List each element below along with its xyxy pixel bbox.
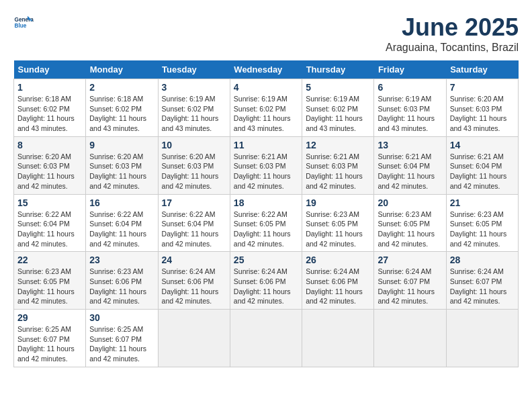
cell-details: Sunrise: 6:24 AMSunset: 6:06 PMDaylight:… bbox=[162, 267, 226, 306]
day-number: 4 bbox=[234, 82, 298, 93]
day-number: 2 bbox=[89, 82, 154, 93]
calendar-cell: 28Sunrise: 6:24 AMSunset: 6:07 PMDayligh… bbox=[446, 252, 518, 310]
calendar-cell: 13Sunrise: 6:21 AMSunset: 6:04 PMDayligh… bbox=[374, 136, 446, 194]
cell-details: Sunrise: 6:18 AMSunset: 6:02 PMDaylight:… bbox=[17, 94, 82, 134]
calendar-cell: 26Sunrise: 6:24 AMSunset: 6:06 PMDayligh… bbox=[302, 252, 374, 310]
cell-details: Sunrise: 6:22 AMSunset: 6:04 PMDaylight:… bbox=[17, 210, 82, 249]
cell-details: Sunrise: 6:21 AMSunset: 6:04 PMDaylight:… bbox=[378, 152, 442, 191]
col-header-sunday: Sunday bbox=[14, 60, 86, 79]
cell-details: Sunrise: 6:20 AMSunset: 6:03 PMDaylight:… bbox=[450, 94, 515, 134]
cell-details: Sunrise: 6:22 AMSunset: 6:05 PMDaylight:… bbox=[234, 210, 298, 249]
calendar-cell: 15Sunrise: 6:22 AMSunset: 6:04 PMDayligh… bbox=[14, 194, 86, 252]
calendar-cell: 3Sunrise: 6:19 AMSunset: 6:02 PMDaylight… bbox=[158, 79, 230, 137]
calendar-cell: 27Sunrise: 6:24 AMSunset: 6:07 PMDayligh… bbox=[374, 252, 446, 310]
calendar-cell: 17Sunrise: 6:22 AMSunset: 6:04 PMDayligh… bbox=[158, 194, 230, 252]
day-number: 20 bbox=[378, 197, 442, 208]
calendar-cell bbox=[230, 310, 302, 367]
calendar-cell: 11Sunrise: 6:21 AMSunset: 6:03 PMDayligh… bbox=[230, 136, 302, 194]
day-number: 30 bbox=[89, 312, 154, 323]
day-number: 26 bbox=[306, 255, 370, 265]
cell-details: Sunrise: 6:21 AMSunset: 6:04 PMDaylight:… bbox=[450, 152, 515, 191]
cell-details: Sunrise: 6:20 AMSunset: 6:03 PMDaylight:… bbox=[89, 152, 154, 191]
calendar-cell: 9Sunrise: 6:20 AMSunset: 6:03 PMDaylight… bbox=[86, 136, 158, 194]
calendar-cell: 10Sunrise: 6:20 AMSunset: 6:03 PMDayligh… bbox=[158, 136, 230, 194]
day-number: 23 bbox=[89, 255, 154, 265]
week-row-5: 29Sunrise: 6:25 AMSunset: 6:07 PMDayligh… bbox=[14, 310, 519, 367]
day-number: 12 bbox=[306, 140, 370, 150]
cell-details: Sunrise: 6:21 AMSunset: 6:03 PMDaylight:… bbox=[234, 152, 298, 191]
col-header-tuesday: Tuesday bbox=[158, 60, 230, 79]
cell-details: Sunrise: 6:19 AMSunset: 6:02 PMDaylight:… bbox=[234, 94, 298, 134]
calendar-cell: 12Sunrise: 6:21 AMSunset: 6:03 PMDayligh… bbox=[302, 136, 374, 194]
cell-details: Sunrise: 6:23 AMSunset: 6:05 PMDaylight:… bbox=[17, 267, 82, 306]
calendar-cell: 7Sunrise: 6:20 AMSunset: 6:03 PMDaylight… bbox=[446, 79, 518, 137]
calendar-cell bbox=[446, 310, 518, 367]
day-number: 24 bbox=[162, 255, 226, 265]
day-number: 10 bbox=[162, 140, 226, 150]
calendar-cell bbox=[158, 310, 230, 367]
cell-details: Sunrise: 6:23 AMSunset: 6:05 PMDaylight:… bbox=[306, 210, 370, 249]
day-number: 8 bbox=[17, 140, 82, 150]
week-row-1: 1Sunrise: 6:18 AMSunset: 6:02 PMDaylight… bbox=[14, 79, 519, 137]
calendar-cell: 25Sunrise: 6:24 AMSunset: 6:06 PMDayligh… bbox=[230, 252, 302, 310]
calendar-cell: 2Sunrise: 6:18 AMSunset: 6:02 PMDaylight… bbox=[86, 79, 158, 137]
day-number: 3 bbox=[162, 82, 226, 93]
cell-details: Sunrise: 6:23 AMSunset: 6:05 PMDaylight:… bbox=[378, 210, 442, 249]
day-number: 13 bbox=[378, 140, 442, 150]
location-title: Araguaina, Tocantins, Brazil bbox=[386, 42, 519, 54]
day-number: 16 bbox=[89, 197, 154, 208]
page-header: General Blue June 2025 Araguaina, Tocant… bbox=[13, 13, 519, 54]
col-header-monday: Monday bbox=[86, 60, 158, 79]
cell-details: Sunrise: 6:24 AMSunset: 6:06 PMDaylight:… bbox=[234, 267, 298, 306]
week-row-2: 8Sunrise: 6:20 AMSunset: 6:03 PMDaylight… bbox=[14, 136, 519, 194]
logo: General Blue bbox=[13, 13, 34, 34]
calendar-cell: 16Sunrise: 6:22 AMSunset: 6:04 PMDayligh… bbox=[86, 194, 158, 252]
calendar-cell: 30Sunrise: 6:25 AMSunset: 6:07 PMDayligh… bbox=[86, 310, 158, 367]
cell-details: Sunrise: 6:22 AMSunset: 6:04 PMDaylight:… bbox=[162, 210, 226, 249]
cell-details: Sunrise: 6:25 AMSunset: 6:07 PMDaylight:… bbox=[89, 324, 154, 364]
day-number: 7 bbox=[450, 82, 515, 93]
col-header-wednesday: Wednesday bbox=[230, 60, 302, 79]
cell-details: Sunrise: 6:20 AMSunset: 6:03 PMDaylight:… bbox=[17, 152, 82, 191]
day-number: 14 bbox=[450, 140, 515, 150]
day-number: 21 bbox=[450, 197, 515, 208]
calendar-cell: 4Sunrise: 6:19 AMSunset: 6:02 PMDaylight… bbox=[230, 79, 302, 137]
cell-details: Sunrise: 6:23 AMSunset: 6:06 PMDaylight:… bbox=[89, 267, 154, 306]
calendar-cell: 22Sunrise: 6:23 AMSunset: 6:05 PMDayligh… bbox=[14, 252, 86, 310]
calendar-table: SundayMondayTuesdayWednesdayThursdayFrid… bbox=[13, 60, 519, 367]
calendar-cell: 6Sunrise: 6:19 AMSunset: 6:03 PMDaylight… bbox=[374, 79, 446, 137]
calendar-cell: 20Sunrise: 6:23 AMSunset: 6:05 PMDayligh… bbox=[374, 194, 446, 252]
cell-details: Sunrise: 6:18 AMSunset: 6:02 PMDaylight:… bbox=[89, 94, 154, 134]
cell-details: Sunrise: 6:25 AMSunset: 6:07 PMDaylight:… bbox=[17, 324, 82, 364]
calendar-cell: 24Sunrise: 6:24 AMSunset: 6:06 PMDayligh… bbox=[158, 252, 230, 310]
calendar-cell: 23Sunrise: 6:23 AMSunset: 6:06 PMDayligh… bbox=[86, 252, 158, 310]
day-number: 15 bbox=[17, 197, 82, 208]
calendar-cell: 29Sunrise: 6:25 AMSunset: 6:07 PMDayligh… bbox=[14, 310, 86, 367]
calendar-cell: 19Sunrise: 6:23 AMSunset: 6:05 PMDayligh… bbox=[302, 194, 374, 252]
cell-details: Sunrise: 6:23 AMSunset: 6:05 PMDaylight:… bbox=[450, 210, 515, 249]
header-row: SundayMondayTuesdayWednesdayThursdayFrid… bbox=[14, 60, 519, 79]
cell-details: Sunrise: 6:24 AMSunset: 6:07 PMDaylight:… bbox=[378, 267, 442, 306]
week-row-4: 22Sunrise: 6:23 AMSunset: 6:05 PMDayligh… bbox=[14, 252, 519, 310]
cell-details: Sunrise: 6:24 AMSunset: 6:06 PMDaylight:… bbox=[306, 267, 370, 306]
day-number: 19 bbox=[306, 197, 370, 208]
cell-details: Sunrise: 6:21 AMSunset: 6:03 PMDaylight:… bbox=[306, 152, 370, 191]
calendar-cell: 1Sunrise: 6:18 AMSunset: 6:02 PMDaylight… bbox=[14, 79, 86, 137]
cell-details: Sunrise: 6:19 AMSunset: 6:02 PMDaylight:… bbox=[162, 94, 226, 134]
day-number: 5 bbox=[306, 82, 370, 93]
calendar-cell: 18Sunrise: 6:22 AMSunset: 6:05 PMDayligh… bbox=[230, 194, 302, 252]
col-header-thursday: Thursday bbox=[302, 60, 374, 79]
cell-details: Sunrise: 6:19 AMSunset: 6:03 PMDaylight:… bbox=[378, 94, 442, 134]
logo-icon: General Blue bbox=[13, 13, 34, 34]
cell-details: Sunrise: 6:24 AMSunset: 6:07 PMDaylight:… bbox=[450, 267, 515, 306]
day-number: 17 bbox=[162, 197, 226, 208]
day-number: 29 bbox=[17, 312, 82, 323]
cell-details: Sunrise: 6:22 AMSunset: 6:04 PMDaylight:… bbox=[89, 210, 154, 249]
svg-text:Blue: Blue bbox=[15, 23, 27, 29]
calendar-cell bbox=[302, 310, 374, 367]
calendar-cell bbox=[374, 310, 446, 367]
col-header-friday: Friday bbox=[374, 60, 446, 79]
day-number: 9 bbox=[89, 140, 154, 150]
calendar-cell: 8Sunrise: 6:20 AMSunset: 6:03 PMDaylight… bbox=[14, 136, 86, 194]
day-number: 6 bbox=[378, 82, 442, 93]
